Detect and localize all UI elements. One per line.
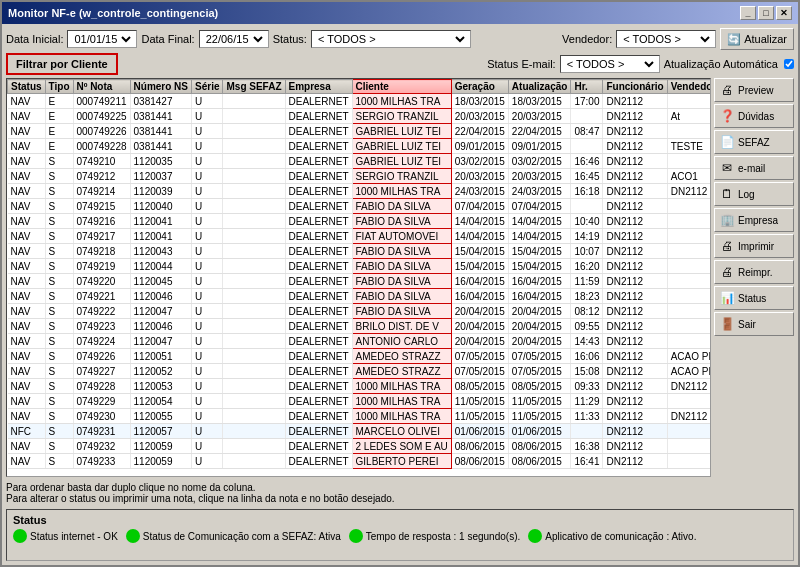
atualizar-button[interactable]: 🔄 Atualizar: [720, 28, 794, 50]
table-row[interactable]: NAVS07492321120059UDEALERNET2 LEDES SOM …: [8, 439, 711, 454]
table-row[interactable]: NAVS07492101120035UDEALERNETGABRIEL LUIZ…: [8, 154, 711, 169]
maximize-button[interactable]: □: [758, 6, 774, 20]
data-final-select[interactable]: 22/06/15: [202, 32, 266, 46]
table-cell: 15:08: [571, 364, 603, 379]
side-btn-log[interactable]: 🗒Log: [714, 182, 794, 206]
main-area: Status Tipo Nº Nota Número NS Série Msg …: [6, 78, 794, 477]
table-row[interactable]: NAVS07492231120046UDEALERNETBRILO DIST. …: [8, 319, 711, 334]
col-func[interactable]: Funcionário: [603, 80, 667, 94]
table-row[interactable]: NAVS07492171120041UDEALERNETFIAT AUTOMOV…: [8, 229, 711, 244]
table-row[interactable]: NAVS07492281120053UDEALERNET1000 MILHAS …: [8, 379, 711, 394]
side-btn-sefaz[interactable]: 📄SEFAZ: [714, 130, 794, 154]
side-btn-duvidas[interactable]: ❓Dúvidas: [714, 104, 794, 128]
status-email-label: Status E-mail:: [487, 58, 555, 70]
table-cell: TESTE: [667, 139, 710, 154]
col-ns[interactable]: Número NS: [130, 80, 191, 94]
col-geracao[interactable]: Geração: [451, 80, 508, 94]
side-btn-status[interactable]: 📊Status: [714, 286, 794, 310]
table-row[interactable]: NAVE0007492260381441UDEALERNETGABRIEL LU…: [8, 124, 711, 139]
status-icon: 📊: [719, 290, 735, 306]
status-email-select[interactable]: < TODOS >: [563, 57, 657, 71]
col-nota[interactable]: Nº Nota: [73, 80, 130, 94]
atualizacao-checkbox[interactable]: [784, 59, 794, 69]
col-empresa[interactable]: Empresa: [285, 80, 352, 94]
col-status[interactable]: Status: [8, 80, 46, 94]
table-cell: 08/06/2015: [508, 454, 571, 469]
data-inicial-select[interactable]: 01/01/15: [70, 32, 134, 46]
col-vend[interactable]: Vendedor: [667, 80, 710, 94]
preview-icon: 🖨: [719, 82, 735, 98]
table-row[interactable]: NAVE0007492280381441UDEALERNETGABRIEL LU…: [8, 139, 711, 154]
side-btn-sair[interactable]: 🚪Sair: [714, 312, 794, 336]
table-row[interactable]: NAVS07492121120037UDEALERNETSERGIO TRANZ…: [8, 169, 711, 184]
table-cell: 10:07: [571, 244, 603, 259]
minimize-button[interactable]: _: [740, 6, 756, 20]
col-serie[interactable]: Série: [192, 80, 223, 94]
status-item: Tempo de resposta : 1 segundo(s).: [349, 529, 521, 543]
table-row[interactable]: NAVS07492201120045UDEALERNETFABIO DA SIL…: [8, 274, 711, 289]
side-btn-empresa[interactable]: 🏢Empresa: [714, 208, 794, 232]
table-cell: 0749215: [73, 199, 130, 214]
side-btn-reimpr[interactable]: 🖨Reimpr.: [714, 260, 794, 284]
status-select[interactable]: < TODOS >: [314, 32, 468, 46]
table-row[interactable]: NAVE0007492250381441UDEALERNETSERGIO TRA…: [8, 109, 711, 124]
table-row[interactable]: NAVS07492241120047UDEALERNETANTONIO CARL…: [8, 334, 711, 349]
table-row[interactable]: NAVE0007492110381427UDEALERNET1000 MILHA…: [8, 94, 711, 109]
table-row[interactable]: NAVS07492141120039UDEALERNET1000 MILHAS …: [8, 184, 711, 199]
title-bar-buttons: _ □ ✕: [740, 6, 792, 20]
status-email-combo[interactable]: < TODOS >: [560, 55, 660, 73]
table-cell: U: [192, 349, 223, 364]
side-btn-email[interactable]: ✉e-mail: [714, 156, 794, 180]
table-cell: 0749232: [73, 439, 130, 454]
table-cell: S: [45, 349, 73, 364]
table-row[interactable]: NAVS07492291120054UDEALERNET1000 MILHAS …: [8, 394, 711, 409]
table-row[interactable]: NAVS07492301120055UDEALERNET1000 MILHAS …: [8, 409, 711, 424]
table-row[interactable]: NAVS07492191120044UDEALERNETFABIO DA SIL…: [8, 259, 711, 274]
table-cell: S: [45, 394, 73, 409]
table-cell: [223, 349, 285, 364]
col-tipo[interactable]: Tipo: [45, 80, 73, 94]
atualizacao-label: Atualização Automática: [664, 58, 778, 70]
table-cell: DEALERNET: [285, 229, 352, 244]
table-row[interactable]: NAVS07492161120041UDEALERNETFABIO DA SIL…: [8, 214, 711, 229]
table-cell: SERGIO TRANZIL: [352, 109, 451, 124]
vendedor-select[interactable]: < TODOS >: [619, 32, 713, 46]
table-cell: [667, 439, 710, 454]
col-atualizacao[interactable]: Atualização: [508, 80, 571, 94]
status-combo[interactable]: < TODOS >: [311, 30, 471, 48]
table-cell: E: [45, 109, 73, 124]
side-btn-imprimir[interactable]: 🖨Imprimir: [714, 234, 794, 258]
col-hr[interactable]: Hr.: [571, 80, 603, 94]
table-row[interactable]: NAVS07492211120046UDEALERNETFABIO DA SIL…: [8, 289, 711, 304]
data-final-combo[interactable]: 22/06/15: [199, 30, 269, 48]
table-row[interactable]: NAVS07492181120043UDEALERNETFABIO DA SIL…: [8, 244, 711, 259]
side-btn-preview[interactable]: 🖨Preview: [714, 78, 794, 102]
side-buttons-panel: 🖨Preview❓Dúvidas📄SEFAZ✉e-mail🗒Log🏢Empres…: [714, 78, 794, 477]
table-row[interactable]: NAVS07492151120040UDEALERNETFABIO DA SIL…: [8, 199, 711, 214]
table-row[interactable]: NAVS07492271120052UDEALERNETAMEDEO STRAZ…: [8, 364, 711, 379]
filter-cliente-button[interactable]: Filtrar por Cliente: [6, 53, 118, 75]
table-cell: 0749228: [73, 379, 130, 394]
table-cell: 1120040: [130, 199, 191, 214]
table-cell: [223, 259, 285, 274]
table-row[interactable]: NAVS07492221120047UDEALERNETFABIO DA SIL…: [8, 304, 711, 319]
col-msg[interactable]: Msg SEFAZ: [223, 80, 285, 94]
close-button[interactable]: ✕: [776, 6, 792, 20]
table-row[interactable]: NAVS07492261120051UDEALERNETAMEDEO STRAZ…: [8, 349, 711, 364]
table-cell: 16:45: [571, 169, 603, 184]
table-cell: [667, 214, 710, 229]
table-row[interactable]: NAVS07492331120059UDEALERNETGILBERTO PER…: [8, 454, 711, 469]
status-item-label: Tempo de resposta : 1 segundo(s).: [366, 531, 521, 542]
data-inicial-combo[interactable]: 01/01/15: [67, 30, 137, 48]
table-cell: 0381441: [130, 139, 191, 154]
col-cliente[interactable]: Cliente: [352, 80, 451, 94]
table-scroll[interactable]: Status Tipo Nº Nota Número NS Série Msg …: [7, 79, 710, 476]
table-cell: 0749223: [73, 319, 130, 334]
vendedor-combo[interactable]: < TODOS >: [616, 30, 716, 48]
table-cell: [667, 454, 710, 469]
table-cell: [667, 229, 710, 244]
table-cell: 16:46: [571, 154, 603, 169]
table-row[interactable]: NFCS07492311120057UDEALERNETMARCELO OLIV…: [8, 424, 711, 439]
table-cell: 15/04/2015: [451, 244, 508, 259]
table-cell: DN2112: [603, 139, 667, 154]
